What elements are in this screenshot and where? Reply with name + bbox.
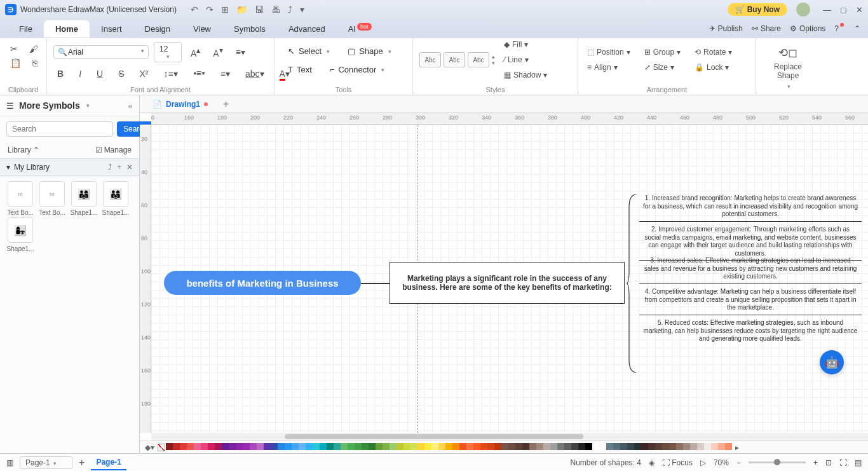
color-swatch[interactable] — [529, 443, 536, 450]
diagram-benefit-5[interactable]: 5. Reduced costs: Effective marketing st… — [639, 317, 862, 346]
text-tool[interactable]: TText — [281, 60, 319, 79]
color-swatch[interactable] — [215, 443, 222, 450]
color-swatch[interactable] — [515, 443, 522, 450]
color-swatch[interactable] — [725, 443, 732, 450]
color-swatch[interactable] — [222, 443, 229, 450]
color-swatch[interactable] — [487, 443, 494, 450]
zoom-slider[interactable] — [749, 461, 806, 463]
focus-mode-button[interactable]: ⛶ Focus — [662, 458, 693, 467]
color-swatch[interactable] — [480, 443, 487, 450]
color-swatch[interactable] — [194, 443, 201, 450]
shape-item[interactable]: txtText Bo... — [37, 181, 67, 216]
color-swatch[interactable] — [348, 443, 355, 450]
color-swatch[interactable] — [466, 443, 473, 450]
fill-button[interactable]: ◆Fill▾ — [501, 39, 550, 50]
color-swatch[interactable] — [718, 443, 725, 450]
shadow-button[interactable]: ▦Shadow▾ — [501, 69, 550, 81]
color-swatch[interactable] — [592, 443, 599, 450]
color-swatch[interactable] — [452, 443, 459, 450]
color-swatch[interactable] — [655, 443, 662, 450]
redo-icon[interactable]: ↷ — [206, 4, 214, 15]
color-swatch[interactable] — [508, 443, 515, 450]
tab-view[interactable]: View — [182, 20, 222, 38]
user-avatar[interactable] — [796, 3, 810, 17]
color-swatch[interactable] — [634, 443, 641, 450]
color-swatch[interactable] — [550, 443, 557, 450]
vertical-ruler[interactable]: 20406080100120140160180 — [140, 125, 151, 433]
color-swatch[interactable] — [543, 443, 550, 450]
color-swatch[interactable] — [613, 443, 620, 450]
diagram-benefit-3[interactable]: 3. Increased sales: Effective marketing … — [639, 254, 862, 284]
scrollbar-thumb[interactable] — [285, 434, 583, 439]
color-swatch[interactable] — [690, 443, 697, 450]
color-swatch[interactable] — [187, 443, 194, 450]
add-library-icon[interactable]: + — [117, 163, 121, 172]
color-swatch[interactable] — [683, 443, 690, 450]
print-icon[interactable]: 🖶 — [271, 4, 280, 15]
number-list-icon[interactable]: ≡▾ — [217, 67, 234, 81]
undo-icon[interactable]: ↶ — [191, 4, 198, 15]
tab-file[interactable]: File — [8, 20, 44, 38]
zoom-out-icon[interactable]: − — [736, 458, 741, 467]
color-swatch[interactable] — [410, 443, 417, 450]
close-icon[interactable]: ✕ — [856, 5, 863, 15]
color-swatch[interactable] — [494, 443, 501, 450]
line-button[interactable]: ∕Line▾ — [501, 54, 550, 65]
color-swatch[interactable] — [627, 443, 634, 450]
tab-symbols[interactable]: Symbols — [222, 20, 277, 38]
color-swatch[interactable] — [229, 443, 236, 450]
color-swatch[interactable] — [173, 443, 180, 450]
color-swatch[interactable] — [362, 443, 369, 450]
color-swatch[interactable] — [180, 443, 187, 450]
superscript-icon[interactable]: X² — [135, 67, 152, 81]
document-tab-active[interactable]: 📄 Drawing1 — [145, 97, 215, 111]
color-swatch[interactable] — [459, 443, 466, 450]
style-preview-2[interactable]: Abc — [444, 52, 465, 67]
shape-item[interactable]: 👩‍👧Shape1... — [5, 217, 36, 252]
color-swatch[interactable] — [327, 443, 334, 450]
color-swatch[interactable] — [557, 443, 564, 450]
color-swatch[interactable] — [431, 443, 438, 450]
cut-icon[interactable]: ✂ — [6, 42, 22, 56]
no-fill-swatch[interactable] — [158, 444, 165, 451]
manage-button[interactable]: ☑ Manage — [95, 146, 132, 154]
page-tab-active[interactable]: Page-1 — [91, 455, 126, 470]
color-swatch[interactable] — [676, 443, 683, 450]
color-swatch[interactable] — [606, 443, 613, 450]
color-swatch[interactable] — [536, 443, 543, 450]
color-swatch[interactable] — [578, 443, 585, 450]
shape-tool[interactable]: ▢Shape▾ — [341, 42, 398, 60]
font-family-select[interactable]: 🔍Arial▾ — [53, 45, 149, 59]
connector-tool[interactable]: ⌐Connector▾ — [323, 60, 392, 79]
color-swatch[interactable] — [250, 443, 257, 450]
color-swatch[interactable] — [278, 443, 285, 450]
diagram-connector[interactable] — [361, 283, 390, 284]
diagram-benefit-1[interactable]: 1. Increased brand recognition: Marketin… — [639, 192, 862, 222]
library-button[interactable]: Library ⌃ — [8, 146, 39, 154]
tab-ai[interactable]: AIhot — [337, 20, 383, 38]
color-swatch[interactable] — [306, 443, 313, 450]
zoom-value[interactable]: 70% — [714, 458, 729, 467]
text-case-icon[interactable]: abc▾ — [241, 67, 268, 81]
hamburger-icon[interactable]: ☰ — [6, 101, 14, 111]
color-swatch[interactable] — [641, 443, 648, 450]
increase-font-icon[interactable]: A▴ — [187, 44, 204, 60]
diagram-intro-box[interactable]: Marketing plays a significant role in th… — [390, 262, 625, 304]
share-button[interactable]: ⚯Share — [752, 24, 781, 33]
color-swatch[interactable] — [257, 443, 264, 450]
more-symbols-label[interactable]: More Symbols — [19, 100, 80, 111]
replace-shape-button[interactable]: ⟲◻ Replace Shape ▾ — [763, 42, 813, 93]
shape-item[interactable]: 👨‍👩‍👧Shape1... — [100, 181, 131, 216]
color-swatch[interactable] — [355, 443, 362, 450]
italic-icon[interactable]: I — [75, 67, 85, 81]
ai-chat-button[interactable]: 🤖 — [820, 350, 844, 374]
font-size-select[interactable]: 12▾ — [154, 42, 182, 62]
rotate-button[interactable]: ⟲Rotate▾ — [692, 46, 735, 58]
color-swatch[interactable] — [501, 443, 508, 450]
text-align-icon[interactable]: ≡▾ — [232, 45, 249, 59]
panel-toggle-icon[interactable]: ▤ — [855, 458, 862, 467]
zoom-in-icon[interactable]: + — [813, 458, 818, 467]
color-swatch[interactable] — [397, 443, 403, 450]
color-swatch[interactable] — [271, 443, 278, 450]
tab-advanced[interactable]: Advanced — [277, 20, 337, 38]
